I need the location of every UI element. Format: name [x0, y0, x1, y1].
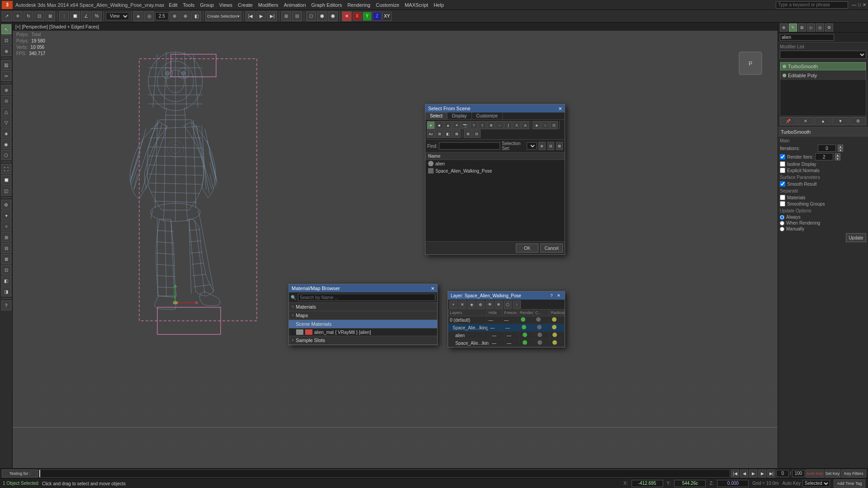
dt-invert[interactable]: ⊡	[550, 121, 558, 129]
move-tool[interactable]: ✛	[13, 11, 23, 21]
align-tool[interactable]: ⋮	[59, 11, 69, 21]
lt-btn4[interactable]: ⊙	[1, 96, 11, 106]
tb-extra5[interactable]: ◧	[191, 11, 201, 21]
dt-xref-btn[interactable]: X	[513, 121, 521, 129]
lt-btn16[interactable]: ⊞	[1, 232, 11, 242]
layer-hide-2[interactable]: —	[490, 332, 505, 339]
layer-hide-3[interactable]: —	[490, 340, 505, 347]
lb-freeze-btn[interactable]: ❄	[495, 300, 503, 309]
rp-utilities-icon[interactable]: ⚙	[825, 23, 833, 32]
rotate-tool[interactable]: ↻	[24, 11, 33, 21]
dt-box-btn[interactable]: ■	[435, 121, 443, 129]
lb-row-default[interactable]: 0 (default) — —	[448, 316, 565, 324]
lt-btn13[interactable]: ⚙	[1, 200, 11, 210]
dt-sort-size[interactable]: ⊠	[453, 130, 461, 138]
create-selection[interactable]: Create Selection▾	[205, 11, 241, 21]
rp-motion-icon[interactable]: ▷	[807, 23, 815, 32]
ds-btn3[interactable]: ⊠	[556, 142, 563, 150]
render-iters-spinner[interactable]: ▲ ▼	[835, 153, 840, 160]
layer-freeze-3[interactable]: —	[505, 340, 520, 347]
tb-extra1[interactable]: ◈	[133, 11, 143, 21]
lt-btn9[interactable]: ⬡	[1, 150, 11, 160]
lb-help-btn[interactable]: ?	[548, 292, 555, 299]
lb-row-alien[interactable]: alien — —	[448, 332, 565, 339]
layer-render-1[interactable]	[519, 324, 534, 331]
lt-btn6[interactable]: ▽	[1, 117, 11, 127]
layer-radiosity-2[interactable]	[550, 332, 565, 339]
play-fwd[interactable]: ▶|	[267, 11, 277, 21]
selection-set-dropdown[interactable]	[527, 142, 537, 150]
lt-btn3[interactable]: ⊕	[1, 85, 11, 95]
lb-hide-btn[interactable]: 👁	[486, 300, 494, 309]
dt-spline-btn[interactable]: ~	[495, 121, 504, 129]
layer-render-2[interactable]	[520, 332, 535, 339]
anim-play-btn[interactable]: ▶	[749, 469, 757, 478]
menu-edit[interactable]: Edit	[169, 2, 178, 8]
layer-hide-0[interactable]: —	[487, 317, 503, 324]
mb-search-input[interactable]	[298, 294, 435, 301]
materials-checkbox[interactable]	[780, 195, 785, 200]
render-frame[interactable]: ⬢	[317, 11, 327, 21]
select-move-btn[interactable]: ↖	[1, 24, 11, 34]
layer-color-0[interactable]	[533, 316, 549, 324]
menu-animation[interactable]: Animation	[284, 2, 306, 8]
axis-y-btn[interactable]: Y	[363, 12, 372, 21]
dt-particle-btn[interactable]: ⊕	[487, 121, 495, 129]
layer-render-3[interactable]	[520, 339, 535, 347]
dialog-list-item-pose[interactable]: Space_Alien_Walking_Pose	[425, 167, 565, 174]
dt-bone-btn[interactable]: †	[478, 121, 486, 129]
lt-btn19[interactable]: ⊡	[1, 265, 11, 275]
rp-modify-icon[interactable]: ✎	[789, 23, 797, 32]
render-iters-checkbox[interactable]	[780, 154, 785, 160]
dialog-close-btn[interactable]: ✕	[558, 106, 562, 111]
menu-help[interactable]: Help	[434, 2, 444, 8]
total-frames-input[interactable]	[792, 470, 805, 477]
dt-select-none[interactable]: ○	[541, 121, 549, 129]
menu-create[interactable]: Create	[238, 2, 253, 8]
add-time-tag-btn[interactable]: Add Time Tag	[834, 479, 865, 488]
find-input[interactable]	[439, 142, 500, 150]
play-back[interactable]: |◀	[245, 11, 255, 21]
minimize-btn[interactable]: —	[852, 2, 856, 7]
key-mode[interactable]: ⊞	[281, 11, 291, 21]
menu-modifiers[interactable]: Modifiers	[258, 2, 278, 8]
tb-extra2[interactable]: ◎	[144, 11, 154, 21]
mod-up-btn[interactable]: ▲	[815, 117, 831, 125]
layer-render-0[interactable]	[518, 316, 534, 324]
always-radio[interactable]	[780, 215, 784, 220]
render-iters-input[interactable]	[815, 153, 833, 160]
rp-hierarchy-icon[interactable]: ⊞	[798, 23, 806, 32]
lt-btn21[interactable]: ◨	[1, 286, 11, 296]
anim-next-frame-btn[interactable]: ▶	[758, 469, 766, 478]
viewport-3d[interactable]: [+] [Perspective] [Shaded + Edged Faces]…	[13, 23, 778, 468]
irender[interactable]: ⬣	[328, 11, 338, 21]
anim-fwd-btn[interactable]: ▶|	[767, 469, 775, 478]
mb-titlebar[interactable]: Material/Map Browser ✕	[289, 284, 437, 292]
tb-extra3[interactable]: ⊕	[170, 11, 179, 21]
selected-dropdown[interactable]: Selected	[802, 480, 830, 487]
lt-btn11[interactable]: 🔲	[1, 175, 11, 185]
lt-btn20[interactable]: ◧	[1, 276, 11, 286]
axis-xy-btn[interactable]: XY	[382, 12, 392, 21]
lb-titlebar[interactable]: Layer: Space_Alien_Walking_Pose ? ✕	[448, 291, 565, 300]
select-tool[interactable]: ↗	[2, 11, 12, 21]
link-btn[interactable]: ⛓	[1, 60, 11, 70]
dt-help-btn[interactable]: ?	[470, 121, 478, 129]
menu-graph-editors[interactable]: Graph Editors	[311, 2, 342, 8]
dt-collapse-btn[interactable]: ⊟	[472, 130, 481, 138]
y-coord-input[interactable]	[674, 480, 706, 487]
lb-move-btn[interactable]: ↑	[513, 300, 521, 309]
dialog-titlebar[interactable]: Select From Scene ✕	[425, 104, 565, 113]
isoline-checkbox[interactable]	[780, 161, 785, 167]
iterations-spinner[interactable]: ▲ ▼	[838, 145, 843, 152]
modifier-turbosmoooth[interactable]: TurboSmooth	[780, 62, 866, 70]
dialog-tab-customize[interactable]: Customize	[472, 113, 503, 119]
view-mode-dropdown[interactable]: View	[106, 12, 129, 20]
axis-z-btn[interactable]: Z	[373, 12, 382, 21]
ri-up-btn[interactable]: ▲	[835, 153, 840, 157]
close-btn[interactable]: ✕	[863, 2, 866, 7]
time-mode[interactable]: ⊟	[292, 11, 302, 21]
dt-expand-btn[interactable]: ⊞	[464, 130, 472, 138]
lb-new-btn[interactable]: +	[449, 300, 458, 309]
rp-display-icon[interactable]: ◎	[816, 23, 824, 32]
